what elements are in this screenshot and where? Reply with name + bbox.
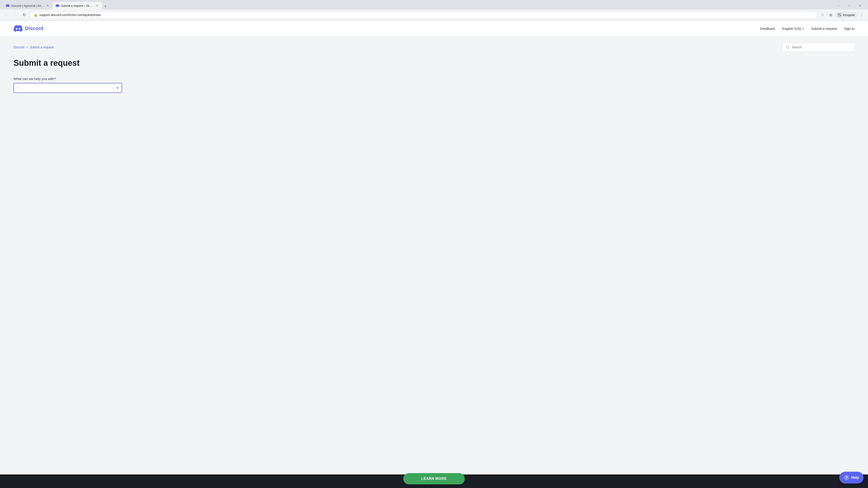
search-bar[interactable] [782,43,855,52]
incognito-indicator[interactable]: Incognito [835,12,857,18]
browser-chrome: Discord | #general | Artists Disco... ✕ … [0,0,868,21]
breadcrumb-home[interactable]: Discord [13,45,24,49]
page-title: Submit a request [13,58,855,68]
address-bar[interactable]: 🔒 support.discord.com/hc/en-us/requests/… [30,11,817,18]
browser-toolbar: ← → ↻ 🔒 support.discord.com/hc/en-us/req… [0,9,868,20]
tab-strip: Discord | #general | Artists Disco... ✕ … [3,2,832,9]
browser-tab-1[interactable]: Discord | #general | Artists Disco... ✕ [3,2,53,9]
page-wrapper: Discord Feedback English (US) ∨ Submit a… [0,21,868,488]
tab-1-title: Discord | #general | Artists Disco... [11,4,44,7]
close-button[interactable]: ✕ [855,2,865,9]
bookmark-button[interactable]: ☆ [819,11,826,19]
learn-more-bar: LEARN MORE [0,469,868,488]
discord-logo[interactable]: Discord [13,25,43,32]
refresh-button[interactable]: ↻ [21,11,28,19]
tab-1-close[interactable]: ✕ [46,4,49,8]
tab-2-title: Submit a request – Discord [61,4,94,7]
svg-point-0 [786,46,789,48]
tab-2-close[interactable]: ✕ [95,4,99,8]
help-icon: ? [844,475,849,480]
menu-button[interactable]: ⋮ [858,11,865,19]
header-nav: Feedback English (US) ∨ Submit a request… [760,27,855,31]
site-header: Discord Feedback English (US) ∨ Submit a… [0,21,868,37]
extensions-button[interactable]: ⊞ [827,11,834,19]
help-form-label: What can we help you with? [13,77,855,80]
lock-icon: 🔒 [34,13,37,17]
search-icon [786,45,789,49]
learn-more-button[interactable]: LEARN MORE [403,473,465,484]
form-section: Submit a request What can we help you wi… [0,56,868,106]
request-type-select[interactable]: - Technical Support Billing Account Acce… [13,83,122,93]
toolbar-actions: ☆ ⊞ Incognito ⋮ [819,11,865,19]
language-label: English (US) [782,27,801,31]
url-text: support.discord.com/hc/en-us/requests/ne… [39,13,813,17]
window-controls: − □ ✕ [833,2,865,9]
breadcrumb-current[interactable]: Submit a request [30,45,54,49]
breadcrumb-separator: > [26,45,28,49]
tab-2-favicon [56,4,59,7]
main-content: Discord > Submit a request Submit a requ… [0,37,868,475]
chevron-down-icon: ∨ [802,27,804,30]
browser-titlebar: Discord | #general | Artists Disco... ✕ … [0,0,868,9]
language-selector[interactable]: English (US) ∨ [782,27,804,31]
incognito-icon [837,13,842,17]
feedback-link[interactable]: Feedback [760,27,775,31]
submit-request-link[interactable]: Submit a request [811,27,837,31]
help-label: Help [851,476,859,480]
incognito-label: Incognito [843,13,855,17]
breadcrumb-area: Discord > Submit a request [0,37,868,56]
help-button[interactable]: ? Help [839,472,864,484]
forward-button[interactable]: → [12,11,19,19]
search-input[interactable] [792,45,850,49]
select-wrapper: - Technical Support Billing Account Acce… [13,83,122,93]
maximize-button[interactable]: □ [844,2,855,9]
browser-tab-2[interactable]: Submit a request – Discord ✕ [53,2,102,9]
discord-logo-text: Discord [25,26,43,31]
new-tab-button[interactable]: + [102,3,108,9]
breadcrumb: Discord > Submit a request [13,45,54,49]
discord-logo-icon [13,25,23,32]
tab-1-favicon [6,4,9,7]
back-button[interactable]: ← [3,11,10,19]
sign-in-link[interactable]: Sign in [844,27,855,31]
minimize-button[interactable]: − [833,2,844,9]
